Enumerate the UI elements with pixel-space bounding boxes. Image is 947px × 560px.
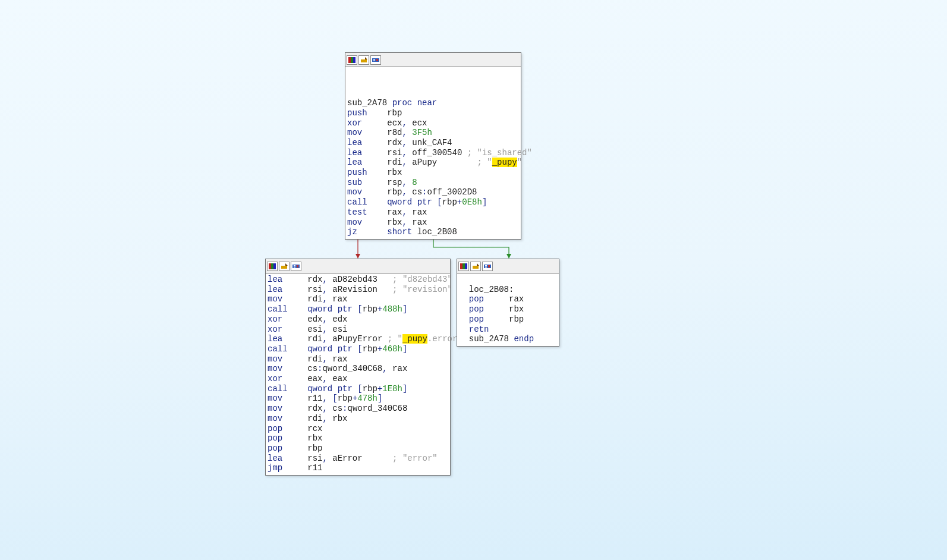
graph-node-left[interactable]: lea rdx, aD82ebd43 ; "d82ebd43" lea rsi,… [265, 259, 451, 476]
disassembly-block: loc_2B08: pop rax pop rbx pop rbp retn s… [457, 273, 559, 346]
svg-marker-1 [355, 254, 360, 259]
svg-rect-28 [485, 266, 487, 268]
svg-marker-16 [285, 263, 288, 266]
svg-rect-17 [292, 265, 300, 268]
svg-rect-13 [271, 263, 273, 269]
disassembly-block: lea rdx, aD82ebd43 ; "d82ebd43" lea rsi,… [266, 273, 450, 475]
svg-rect-27 [485, 265, 487, 266]
node-toolbar [345, 53, 521, 67]
svg-rect-12 [269, 263, 271, 269]
svg-rect-10 [373, 60, 375, 61]
node-edit-icon[interactable] [279, 262, 290, 271]
svg-rect-23 [465, 263, 467, 269]
node-group-icon[interactable] [482, 262, 493, 271]
svg-rect-22 [463, 263, 465, 269]
graph-node-right[interactable]: loc_2B08: pop rax pop rbx pop rbp retn s… [457, 259, 559, 347]
graph-node-top[interactable]: sub_2A78 proc near push rbp xor ecx, ecx… [345, 52, 521, 240]
svg-rect-14 [273, 263, 276, 269]
svg-rect-5 [353, 57, 355, 63]
svg-rect-6 [361, 59, 367, 62]
svg-rect-24 [473, 266, 479, 269]
node-toolbar [457, 259, 559, 273]
svg-rect-19 [294, 266, 295, 268]
svg-rect-9 [373, 59, 375, 60]
svg-rect-21 [460, 263, 463, 269]
node-color-icon[interactable] [347, 55, 357, 65]
svg-marker-25 [477, 263, 479, 266]
node-group-icon[interactable] [370, 55, 381, 65]
svg-rect-3 [348, 57, 351, 63]
svg-rect-15 [281, 266, 287, 269]
svg-rect-20 [297, 265, 298, 268]
node-group-icon[interactable] [291, 262, 301, 271]
svg-rect-29 [488, 265, 490, 268]
node-edit-icon[interactable] [358, 55, 369, 65]
svg-marker-2 [506, 254, 511, 259]
edge-true [433, 239, 511, 259]
node-edit-icon[interactable] [470, 262, 481, 271]
edge-false [357, 239, 363, 259]
node-color-icon[interactable] [458, 262, 469, 271]
svg-rect-11 [376, 59, 378, 61]
disassembly-block: sub_2A78 proc near push rbp xor ecx, ecx… [345, 67, 521, 239]
svg-rect-4 [351, 57, 353, 63]
svg-rect-18 [294, 265, 295, 266]
node-color-icon[interactable] [267, 262, 278, 271]
svg-rect-8 [372, 58, 379, 62]
node-toolbar [266, 259, 450, 273]
svg-marker-7 [365, 57, 367, 59]
svg-rect-26 [484, 265, 491, 268]
